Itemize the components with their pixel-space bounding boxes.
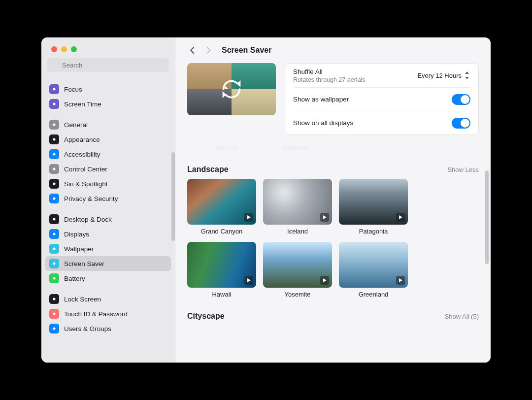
sidebar-item-lock-screen[interactable]: Lock Screen (45, 292, 171, 306)
section-action-button[interactable]: Show Less (447, 166, 479, 173)
shuffle-all-label: Shuffle All (293, 68, 366, 75)
tile-caption: Iceland (263, 228, 332, 235)
svg-point-13 (53, 263, 56, 265)
svg-point-16 (53, 313, 56, 315)
play-icon (396, 213, 405, 222)
play-icon (244, 276, 253, 285)
shuffle-frequency-value: Every 12 Hours (417, 72, 462, 79)
screensaver-tile[interactable]: Grand Canyon (187, 179, 256, 235)
sidebar-item-battery[interactable]: Battery (45, 271, 171, 286)
show-all-displays-toggle[interactable] (452, 118, 470, 129)
sidebar-item-accessibility[interactable]: Accessibility (45, 147, 171, 162)
sidebar-item-label: Siri & Spotlight (64, 180, 108, 188)
svg-marker-27 (399, 278, 402, 282)
accessibility-icon (49, 149, 59, 159)
sidebar-item-wallpaper[interactable]: Wallpaper (45, 241, 171, 256)
svg-marker-21 (465, 77, 469, 79)
sidebar-item-appearance[interactable]: Appearance (45, 132, 171, 147)
search-input[interactable] (47, 58, 169, 72)
gear-icon (49, 120, 59, 130)
sidebar-item-general[interactable]: General (45, 117, 171, 132)
wallpaper-label: Show as wallpaper (293, 96, 349, 103)
play-icon (320, 213, 329, 222)
peek-row: Ventura Monterey (187, 144, 479, 151)
play-icon (244, 213, 253, 222)
screensaver-tile[interactable]: Patagonia (339, 179, 408, 235)
sidebar-item-privacy-security[interactable]: Privacy & Security (45, 191, 171, 206)
search-container (41, 52, 175, 76)
sidebar-item-label: Screen Time (64, 100, 101, 108)
preview-thumbnail[interactable] (187, 63, 276, 115)
sidebar-item-label: Accessibility (64, 151, 100, 158)
show-as-wallpaper-toggle[interactable] (452, 94, 470, 105)
content-scroll: Ventura Monterey LandscapeShow LessGrand… (175, 144, 491, 363)
system-settings-window: FocusScreen TimeGeneralAppearanceAccessi… (41, 37, 491, 363)
siri-icon (49, 179, 59, 189)
sidebar-scrollbar[interactable] (171, 152, 175, 241)
moon-icon (49, 84, 59, 94)
svg-point-15 (53, 298, 56, 300)
topbar: Screen Saver (175, 37, 491, 63)
section-head: CityscapeShow All (5) (187, 312, 479, 321)
sidebar-item-label: Screen Saver (64, 260, 104, 267)
sidebar-item-control-center[interactable]: Control Center (45, 162, 171, 176)
sidebar-item-focus[interactable]: Focus (45, 82, 171, 97)
nav-back-button[interactable] (187, 45, 198, 56)
sidebar-item-label: General (64, 121, 88, 129)
svg-marker-22 (247, 215, 251, 219)
sidebar-item-touch-id-password[interactable]: Touch ID & Password (45, 306, 171, 321)
play-icon (396, 276, 405, 285)
sidebar-item-screen-saver[interactable]: Screen Saver (45, 256, 171, 271)
svg-point-14 (53, 277, 56, 280)
svg-point-4 (53, 124, 56, 126)
section-action-button[interactable]: Show All (5) (445, 313, 479, 320)
sidebar-item-label: Wallpaper (64, 245, 94, 253)
screensaver-icon (49, 259, 59, 268)
tile-caption: Yosemite (263, 291, 332, 298)
peek-b: Monterey (282, 144, 309, 151)
screensaver-tile[interactable]: Greenland (339, 242, 408, 298)
main-scrollbar[interactable] (485, 170, 489, 264)
section-head: LandscapeShow Less (187, 165, 479, 174)
svg-point-12 (53, 248, 56, 250)
peek-a: Ventura (216, 144, 238, 151)
sidebar-item-label: Users & Groups (64, 325, 111, 333)
svg-point-3 (53, 103, 56, 105)
window-controls (41, 37, 175, 52)
svg-marker-26 (323, 278, 327, 282)
sidebar-list: FocusScreen TimeGeneralAppearanceAccessi… (41, 76, 175, 363)
settings-card: Shuffle All Rotates through 27 aerials E… (285, 63, 479, 135)
sliders-icon (49, 164, 59, 174)
tile-caption: Grand Canyon (187, 228, 256, 235)
play-icon (320, 276, 329, 285)
tile-caption: Greenland (339, 291, 408, 298)
sidebar-item-label: Appearance (64, 136, 100, 143)
updown-icon (464, 71, 470, 79)
alldisplays-row: Show on all displays (293, 111, 470, 134)
sidebar: FocusScreen TimeGeneralAppearanceAccessi… (41, 37, 175, 363)
sidebar-item-displays[interactable]: Displays (45, 227, 171, 241)
nav-forward-button[interactable] (203, 45, 214, 56)
sidebar-item-desktop-dock[interactable]: Desktop & Dock (45, 212, 171, 227)
tile-thumbnail (187, 179, 256, 225)
svg-point-9 (53, 198, 56, 200)
section-title: Cityscape (187, 312, 225, 321)
svg-point-11 (53, 233, 56, 235)
sidebar-item-siri-spotlight[interactable]: Siri & Spotlight (45, 176, 171, 191)
shuffle-sub: Rotates through 27 aerials (293, 76, 366, 83)
svg-marker-24 (399, 215, 402, 219)
fullscreen-button[interactable] (71, 46, 77, 52)
alldisplays-label: Show on all displays (293, 119, 353, 127)
screensaver-tile[interactable]: Iceland (263, 179, 332, 235)
minimize-button[interactable] (61, 46, 67, 52)
shuffle-frequency-dropdown[interactable]: Every 12 Hours (417, 71, 470, 79)
sidebar-item-screen-time[interactable]: Screen Time (45, 97, 171, 111)
dock-icon (49, 214, 59, 224)
screensaver-tile[interactable]: Hawaii (187, 242, 256, 298)
tile-grid: Grand CanyonIcelandPatagoniaHawaiiYosemi… (187, 179, 479, 298)
close-button[interactable] (51, 46, 57, 52)
sidebar-item-label: Displays (64, 231, 89, 238)
screensaver-tile[interactable]: Yosemite (263, 242, 332, 298)
header-zone: Shuffle All Rotates through 27 aerials E… (175, 63, 491, 144)
sidebar-item-users-groups[interactable]: Users & Groups (45, 321, 171, 336)
